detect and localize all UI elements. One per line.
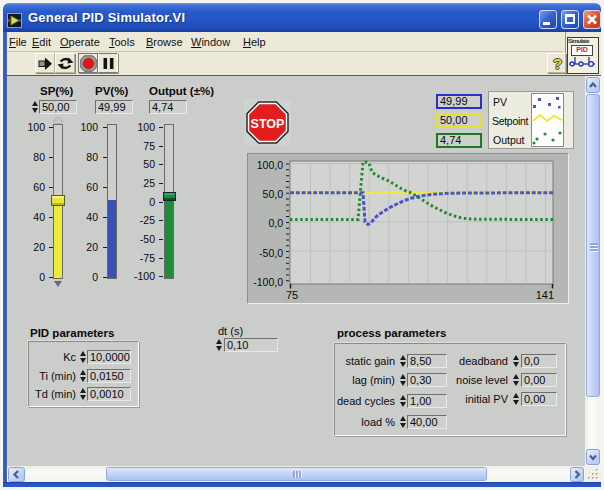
svg-text:STOP: STOP [251,117,285,131]
